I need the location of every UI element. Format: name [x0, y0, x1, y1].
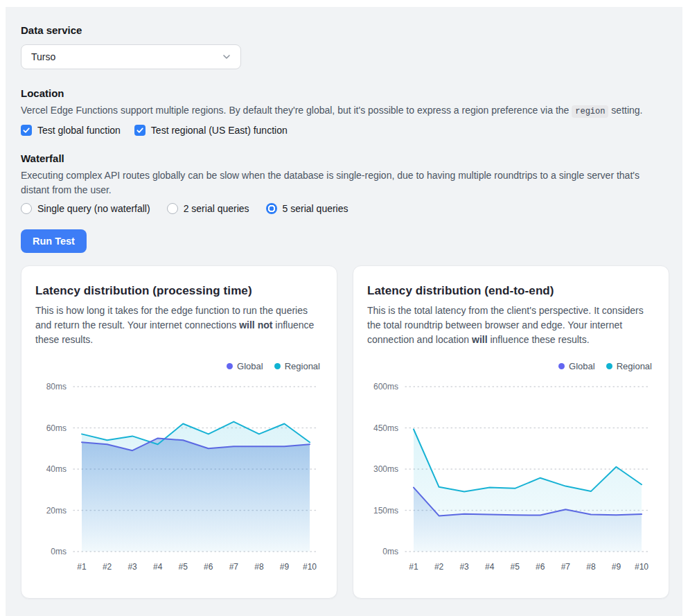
card-title: Latency distribution (end-to-end)	[367, 284, 652, 298]
chart-legend: Global Regional	[35, 361, 320, 371]
svg-text:#8: #8	[586, 562, 596, 572]
svg-text:#3: #3	[127, 562, 137, 572]
svg-text:#9: #9	[612, 562, 621, 572]
svg-text:20ms: 20ms	[46, 506, 67, 516]
card-description: This is how long it takes for the edge f…	[35, 303, 320, 347]
legend-item-global: Global	[558, 361, 595, 371]
svg-text:#9: #9	[280, 562, 290, 572]
run-test-button[interactable]: Run Test	[21, 229, 87, 253]
svg-text:#2: #2	[434, 562, 444, 572]
checkbox-checked-icon[interactable]	[134, 125, 145, 136]
checkbox-checked-icon[interactable]	[21, 125, 32, 136]
svg-text:#3: #3	[459, 562, 469, 572]
svg-text:#10: #10	[635, 562, 649, 572]
radio-icon[interactable]	[266, 203, 277, 214]
svg-text:150ms: 150ms	[373, 506, 398, 516]
checkbox-label: Test regional (US East) function	[151, 125, 288, 136]
global-dot-icon	[558, 363, 565, 369]
radio-icon[interactable]	[21, 203, 32, 214]
svg-text:#6: #6	[204, 562, 213, 572]
radio-label: Single query (no waterfall)	[37, 203, 150, 214]
svg-text:#1: #1	[77, 562, 87, 572]
checkbox-label: Test global function	[37, 125, 121, 136]
svg-text:80ms: 80ms	[46, 382, 67, 391]
legend-item-regional: Regional	[274, 361, 320, 371]
card-end-to-end: Latency distribution (end-to-end) This i…	[353, 265, 669, 599]
radio-label: 2 serial queries	[184, 203, 249, 214]
svg-text:#10: #10	[303, 562, 317, 572]
chart-svg: 0ms20ms40ms60ms80ms#1#2#3#4#5#6#7#8#9#10	[35, 376, 321, 581]
card-title: Latency distribution (processing time)	[35, 284, 320, 298]
svg-text:60ms: 60ms	[46, 423, 67, 433]
radio-2-serial-queries[interactable]: 2 serial queries	[167, 203, 249, 214]
region-code-chip: region	[572, 105, 608, 118]
svg-text:#7: #7	[229, 562, 239, 572]
radio-5-serial-queries[interactable]: 5 serial queries	[266, 203, 348, 214]
svg-text:40ms: 40ms	[46, 464, 67, 474]
location-description: Vercel Edge Functions support multiple r…	[21, 103, 667, 119]
latency-chart-end-to-end: 0ms150ms300ms450ms600ms#1#2#3#4#5#6#7#8#…	[367, 376, 652, 583]
data-service-select-value: Turso	[31, 51, 55, 62]
radio-label: 5 serial queries	[283, 203, 348, 214]
chart-cards: Latency distribution (processing time) T…	[21, 265, 667, 599]
location-checkbox-row: Test global function Test regional (US E…	[21, 125, 667, 136]
legend-item-regional: Regional	[606, 361, 652, 371]
chart-svg: 0ms150ms300ms450ms600ms#1#2#3#4#5#6#7#8#…	[367, 376, 653, 581]
legend-label: Regional	[285, 361, 320, 371]
svg-text:450ms: 450ms	[373, 423, 398, 433]
svg-text:#7: #7	[561, 562, 571, 572]
svg-text:#1: #1	[409, 562, 418, 572]
svg-text:#2: #2	[103, 562, 112, 572]
svg-text:#8: #8	[254, 562, 264, 572]
card-description: This is the total latency from the clien…	[367, 303, 652, 347]
global-dot-icon	[227, 363, 233, 369]
waterfall-radio-row: Single query (no waterfall) 2 serial que…	[21, 203, 667, 214]
waterfall-description: Executing complex API routes globally ca…	[21, 168, 667, 197]
checkbox-test-global-function[interactable]: Test global function	[21, 125, 121, 136]
svg-text:300ms: 300ms	[373, 464, 398, 474]
legend-label: Regional	[617, 361, 652, 371]
data-service-select[interactable]: Turso	[21, 44, 241, 69]
card-processing-time: Latency distribution (processing time) T…	[21, 265, 337, 599]
chevron-down-icon	[221, 51, 232, 62]
data-service-heading: Data service	[21, 24, 667, 36]
legend-item-global: Global	[227, 361, 263, 371]
regional-dot-icon	[274, 363, 281, 369]
svg-text:0ms: 0ms	[382, 547, 398, 556]
radio-single-query[interactable]: Single query (no waterfall)	[21, 203, 150, 214]
latency-chart-processing-time: 0ms20ms40ms60ms80ms#1#2#3#4#5#6#7#8#9#10	[35, 376, 320, 583]
chart-legend: Global Regional	[367, 361, 652, 371]
checkbox-test-regional-function[interactable]: Test regional (US East) function	[134, 125, 288, 136]
svg-text:#4: #4	[485, 562, 495, 572]
settings-panel: Data service Turso Location Vercel Edge …	[6, 7, 682, 616]
svg-text:#6: #6	[536, 562, 545, 572]
svg-text:600ms: 600ms	[373, 382, 398, 391]
legend-label: Global	[569, 361, 595, 371]
svg-text:#5: #5	[179, 562, 188, 572]
legend-label: Global	[237, 361, 263, 371]
svg-text:0ms: 0ms	[51, 547, 67, 556]
svg-text:#4: #4	[153, 562, 163, 572]
regional-dot-icon	[606, 363, 612, 369]
svg-text:#5: #5	[511, 562, 520, 572]
waterfall-heading: Waterfall	[21, 152, 667, 164]
radio-icon[interactable]	[167, 203, 178, 214]
location-heading: Location	[21, 87, 667, 99]
